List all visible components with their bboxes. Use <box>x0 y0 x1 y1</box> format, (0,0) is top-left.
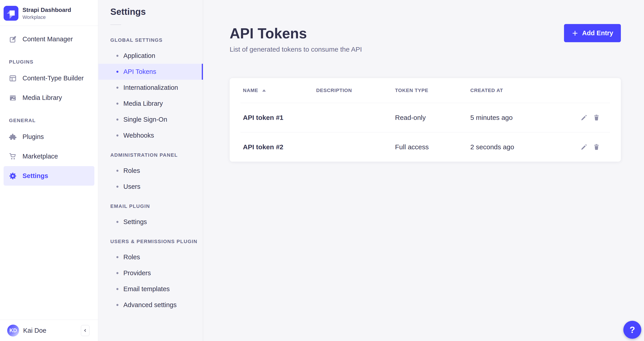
tokens-table: NAME DESCRIPTION TOKEN TYPE CREATED AT A… <box>230 78 621 162</box>
bullet-icon <box>116 186 118 188</box>
page-subtitle: List of generated tokens to consume the … <box>230 45 621 53</box>
subnav-item-admin-users[interactable]: Users <box>98 179 203 195</box>
subnav-section-email-plugin: EMAIL PLUGIN Settings <box>98 201 203 230</box>
subnav-item-media-library[interactable]: Media Library <box>98 96 203 112</box>
edit-token-button[interactable] <box>581 114 588 121</box>
cell-token-name: API token #1 <box>243 114 316 121</box>
trash-icon <box>593 143 600 150</box>
sidebar-nav: Content Manager PLUGINS Content-Type Bui… <box>0 26 98 186</box>
chevron-left-icon <box>83 328 88 333</box>
subnav-section-global-settings: GLOBAL SETTINGS Application API Tokens I… <box>98 35 203 143</box>
sidebar-item-media-library[interactable]: Media Library <box>4 88 94 107</box>
cell-token-type: Read-only <box>395 114 470 121</box>
help-button[interactable]: ? <box>623 321 641 339</box>
sidebar-item-label: Plugins <box>22 133 44 141</box>
picture-icon <box>9 94 17 102</box>
bullet-icon <box>116 272 118 274</box>
subnav-item-single-sign-on[interactable]: Single Sign-On <box>98 112 203 127</box>
bullet-icon <box>116 87 118 89</box>
primary-sidebar: Strapi Dashboard Workplace Content Manag… <box>0 0 98 341</box>
subnav-section-header: GLOBAL SETTINGS <box>98 35 203 45</box>
bullet-icon <box>116 256 118 258</box>
sidebar-section-general: GENERAL <box>0 107 98 127</box>
subnav-item-application[interactable]: Application <box>98 48 203 64</box>
subnav-item-up-advanced-settings[interactable]: Advanced settings <box>98 297 203 313</box>
table-row[interactable]: API token #2 Full access 2 seconds ago <box>230 132 621 162</box>
sidebar-item-label: Content Manager <box>22 35 73 43</box>
collapse-sidebar-button[interactable] <box>81 325 90 336</box>
bullet-icon <box>116 134 118 136</box>
pencil-icon <box>581 143 588 150</box>
sidebar-item-marketplace[interactable]: Marketplace <box>4 147 94 166</box>
add-entry-label: Add Entry <box>582 29 613 37</box>
sidebar-item-label: Media Library <box>22 94 62 101</box>
main-content: API Tokens List of generated tokens to c… <box>203 0 644 341</box>
subnav-section-header: ADMINISTRATION PANEL <box>98 150 203 160</box>
puzzle-icon <box>9 133 17 141</box>
workspace-brand: Strapi Dashboard Workplace <box>0 0 98 25</box>
column-header-token-type: TOKEN TYPE <box>395 87 470 93</box>
user-name: Kai Doe <box>23 327 46 334</box>
cell-token-name: API token #2 <box>243 143 316 151</box>
sidebar-item-content-type-builder[interactable]: Content-Type Builder <box>4 68 94 88</box>
strapi-logo-icon <box>4 6 18 21</box>
table-header-row: NAME DESCRIPTION TOKEN TYPE CREATED AT <box>230 78 621 103</box>
bullet-icon <box>116 118 118 121</box>
pencil-icon <box>581 114 588 121</box>
sidebar-item-label: Settings <box>22 172 48 180</box>
delete-token-button[interactable] <box>593 114 600 121</box>
plus-icon <box>572 30 578 36</box>
user-row: KD Kai Doe <box>0 320 98 341</box>
bullet-icon <box>116 55 118 57</box>
workspace-subtitle: Workplace <box>22 14 71 20</box>
subnav-item-up-providers[interactable]: Providers <box>98 265 203 281</box>
bullet-icon <box>116 103 118 105</box>
bullet-icon <box>116 304 118 306</box>
trash-icon <box>593 114 600 121</box>
subnav-item-internationalization[interactable]: Internationalization <box>98 80 203 96</box>
table-row[interactable]: API token #1 Read-only 5 minutes ago <box>230 103 621 132</box>
avatar: KD <box>7 325 19 337</box>
bullet-icon <box>116 71 118 73</box>
subnav-section-header: EMAIL PLUGIN <box>98 201 203 211</box>
page-title: API Tokens <box>230 25 621 42</box>
row-actions <box>574 143 608 150</box>
bullet-icon <box>116 221 118 223</box>
column-header-name[interactable]: NAME <box>243 87 316 93</box>
app-root: Strapi Dashboard Workplace Content Manag… <box>0 0 644 341</box>
subnav-section-header: USERS & PERMISSIONS PLUGIN <box>98 237 203 247</box>
subnav-item-admin-roles[interactable]: Roles <box>98 163 203 179</box>
column-header-description: DESCRIPTION <box>316 87 395 93</box>
workspace-title: Strapi Dashboard <box>22 6 71 14</box>
layout-grid-icon <box>9 74 17 82</box>
feather-pen-icon <box>9 35 17 43</box>
subnav-item-api-tokens[interactable]: API Tokens <box>98 64 203 80</box>
subnav-item-email-settings[interactable]: Settings <box>98 214 203 230</box>
delete-token-button[interactable] <box>593 143 600 150</box>
bullet-icon <box>116 170 118 172</box>
subnav-item-webhooks[interactable]: Webhooks <box>98 127 203 143</box>
sort-ascending-icon <box>262 89 266 92</box>
gear-icon <box>9 172 17 180</box>
subnav-section-administration-panel: ADMINISTRATION PANEL Roles Users <box>98 150 203 195</box>
edit-token-button[interactable] <box>581 143 588 150</box>
shopping-cart-icon <box>9 153 17 160</box>
subnav-item-up-email-templates[interactable]: Email templates <box>98 281 203 297</box>
sidebar-item-content-manager[interactable]: Content Manager <box>4 29 94 49</box>
subnav-section-users-permissions-plugin: USERS & PERMISSIONS PLUGIN Roles Provide… <box>98 237 203 313</box>
sidebar-item-plugins[interactable]: Plugins <box>4 127 94 147</box>
sidebar-item-label: Content-Type Builder <box>22 74 84 82</box>
add-entry-button[interactable]: Add Entry <box>564 24 621 42</box>
sidebar-section-plugins: PLUGINS <box>0 49 98 68</box>
subnav-item-up-roles[interactable]: Roles <box>98 249 203 265</box>
subnav-title-divider <box>110 24 121 25</box>
bullet-icon <box>116 288 118 290</box>
sidebar-item-settings[interactable]: Settings <box>4 166 94 186</box>
settings-subnav: Settings GLOBAL SETTINGS Application API… <box>98 0 203 341</box>
cell-token-created-at: 5 minutes ago <box>470 114 574 121</box>
cell-token-created-at: 2 seconds ago <box>470 143 574 151</box>
column-header-created-at: CREATED AT <box>470 87 574 93</box>
cell-token-type: Full access <box>395 143 470 151</box>
row-actions <box>574 114 608 121</box>
sidebar-item-label: Marketplace <box>22 153 58 160</box>
